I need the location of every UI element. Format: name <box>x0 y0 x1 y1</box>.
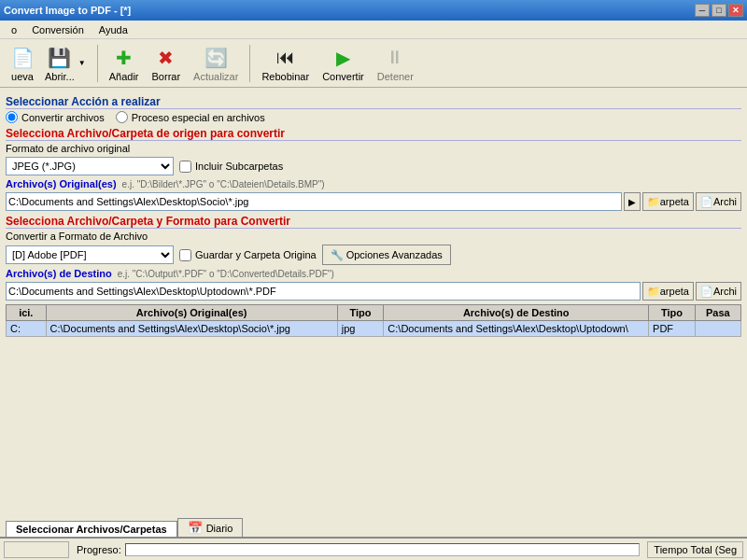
col-pass: Pasa <box>695 305 740 321</box>
progress-area: Progreso: <box>77 543 640 556</box>
opciones-avanzadas-button[interactable]: 🔧 Opciones Avanzadas <box>322 245 451 265</box>
toolbar: 📄 ueva 💾 Abrir... ▼ ✚ Añadir ✖ Borrar 🔄 … <box>0 39 747 88</box>
title-bar: Convert Image to PDF - [*] ─ □ ✕ <box>0 0 747 21</box>
open-dropdown-arrow[interactable]: ▼ <box>77 57 88 69</box>
action-radio-group: Convertir archivos Proceso especial en a… <box>6 111 741 123</box>
open-button[interactable]: 💾 Abrir... ▼ <box>41 43 92 84</box>
format-row: Formato de archivo original <box>6 143 741 154</box>
menu-bar: o Conversión Ayuda <box>0 21 747 39</box>
tab-diario[interactable]: 📅 Diario <box>177 518 244 537</box>
convert-button[interactable]: ▶ Convertir <box>317 43 370 84</box>
add-icon: ✚ <box>116 45 132 71</box>
status-left <box>4 541 69 558</box>
progress-bar <box>125 543 641 556</box>
convert-format-label: Convertir a Formato de Archivo <box>6 231 148 242</box>
stop-icon: ⏸ <box>386 45 404 71</box>
col-ici: ici. <box>7 305 47 321</box>
dest-label-row: Archivo(s) de Destino e.j. "C:\Output\*.… <box>6 268 741 279</box>
col-dest: Archivo(s) de Destino <box>384 305 649 321</box>
opciones-icon: 🔧 <box>331 249 344 261</box>
new-open-group: 📄 ueva 💾 Abrir... ▼ <box>4 43 92 84</box>
table-header-row: ici. Archivo(s) Original(es) Tipo Archiv… <box>7 305 741 321</box>
menu-item-conversion[interactable]: Conversión <box>24 22 92 37</box>
convert-icon: ▶ <box>336 45 350 71</box>
time-display: Tiempo Total (Seg <box>647 541 743 558</box>
section2-header: Selecciona Archivo/Carpeta de origen par… <box>6 127 741 141</box>
convert-format-select[interactable]: [D] Adobe [PDF] <box>6 245 174 264</box>
source-file-browse[interactable]: 📄Archi <box>696 192 741 211</box>
update-button[interactable]: 🔄 Actualizar <box>188 43 244 84</box>
save-original-checkbox[interactable] <box>179 249 191 261</box>
diario-icon: 📅 <box>188 521 203 535</box>
progress-label: Progreso: <box>77 544 121 555</box>
window-title: Convert Image to PDF - [*] <box>4 5 131 16</box>
col-source: Archivo(s) Original(es) <box>46 305 337 321</box>
main-content: Seleccionar Acción a realizar Convertir … <box>0 88 747 341</box>
include-subfolders-checkbox[interactable] <box>179 161 191 173</box>
add-button[interactable]: ✚ Añadir <box>104 43 145 84</box>
table-row[interactable]: C:C:\Documents and Settings\Alex\Desktop… <box>7 321 741 337</box>
source-label-row: Archivo(s) Original(es) e.j. "D:\Bilder\… <box>6 178 741 189</box>
maximize-button[interactable]: □ <box>712 4 726 17</box>
include-subfolders-label[interactable]: Incluir Subcarpetas <box>179 161 283 173</box>
dest-files-label: Archivo(s) de Destino <box>6 268 112 279</box>
tab-select-files[interactable]: Seleccionar Archivos/Carpetas <box>6 521 177 537</box>
source-hint: e.j. "D:\Bilder\*.JPG" o "C:\Dateien\Det… <box>122 179 325 189</box>
col-dest-type: Tipo <box>649 305 696 321</box>
delete-button[interactable]: ✖ Borrar <box>147 43 187 84</box>
format-select[interactable]: JPEG (*.JPG) <box>6 157 174 175</box>
format-select-row: JPEG (*.JPG) Incluir Subcarpetas <box>6 157 741 175</box>
rewind-icon: ⏮ <box>276 45 295 71</box>
radio-convert-files[interactable]: Convertir archivos <box>6 111 105 123</box>
close-button[interactable]: ✕ <box>728 4 743 17</box>
new-button[interactable]: 📄 ueva <box>4 43 41 84</box>
file-table: ici. Archivo(s) Original(es) Tipo Archiv… <box>6 304 741 337</box>
section3-header: Selecciona Archivo/Carpeta y Formato par… <box>6 215 741 229</box>
dest-folder-browse[interactable]: 📁arpeta <box>642 282 694 301</box>
source-path-input[interactable] <box>6 192 622 211</box>
new-icon: 📄 <box>11 45 35 71</box>
stop-button[interactable]: ⏸ Detener <box>372 43 419 84</box>
dest-file-browse[interactable]: 📄Archi <box>696 282 741 301</box>
menu-item-o[interactable]: o <box>4 22 24 37</box>
delete-icon: ✖ <box>158 45 174 71</box>
format-label: Formato de archivo original <box>6 143 130 154</box>
convert-format-row: Convertir a Formato de Archivo <box>6 231 741 242</box>
section1-header: Seleccionar Acción a realizar <box>6 95 741 109</box>
radio-special-process[interactable]: Proceso especial en archivos <box>116 111 265 123</box>
update-icon: 🔄 <box>204 45 228 71</box>
convert-select-row: [D] Adobe [PDF] Guardar y Carpeta Origin… <box>6 245 741 265</box>
dest-path-input[interactable] <box>6 282 641 301</box>
dest-hint: e.j. "C:\Output\*.PDF" o "D:\Converted\D… <box>118 269 334 279</box>
source-files-label: Archivo(s) Original(es) <box>6 178 117 189</box>
window-controls: ─ □ ✕ <box>695 4 743 17</box>
status-bar: Progreso: Tiempo Total (Seg <box>0 538 747 560</box>
minimize-button[interactable]: ─ <box>695 4 710 17</box>
bottom-area: Seleccionar Archivos/Carpetas 📅 Diario P… <box>0 518 747 560</box>
source-play-button[interactable]: ▶ <box>624 192 641 211</box>
radio-special-input[interactable] <box>116 111 128 123</box>
radio-convert-input[interactable] <box>6 111 18 123</box>
rewind-button[interactable]: ⏮ Rebobinar <box>256 43 315 84</box>
toolbar-separator-1 <box>97 45 98 82</box>
save-original-label[interactable]: Guardar y Carpeta Origina <box>179 249 317 261</box>
source-folder-browse[interactable]: 📁arpeta <box>642 192 694 211</box>
open-icon: 💾 <box>48 45 71 71</box>
toolbar-separator-2 <box>249 45 250 82</box>
col-source-type: Tipo <box>337 305 384 321</box>
source-path-row: ▶ 📁arpeta 📄Archi <box>6 192 741 211</box>
menu-item-ayuda[interactable]: Ayuda <box>92 22 135 37</box>
bottom-tabs: Seleccionar Archivos/Carpetas 📅 Diario <box>0 518 747 538</box>
dest-path-row: 📁arpeta 📄Archi <box>6 282 741 301</box>
